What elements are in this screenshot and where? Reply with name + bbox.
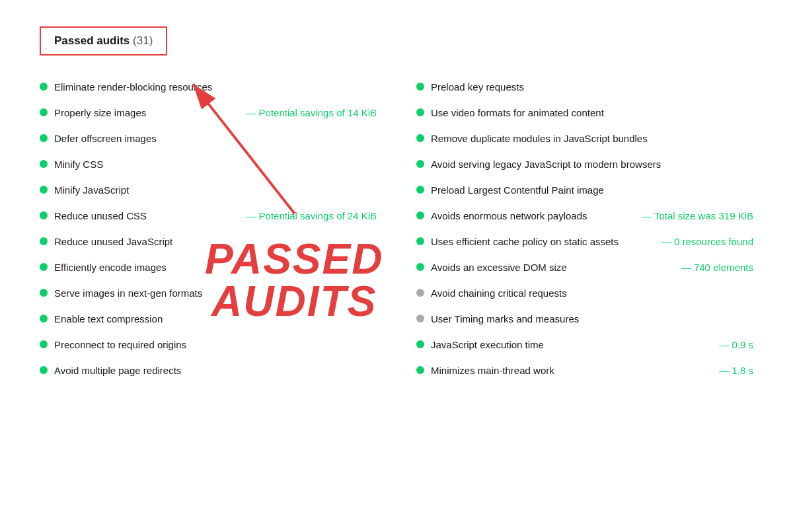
left-audit-item: Defer offscreen images	[40, 126, 377, 151]
audit-label: Preload key requests	[431, 80, 753, 94]
passed-audits-header: Passed audits (31)	[40, 26, 167, 56]
audit-dot	[40, 134, 48, 142]
audit-savings: — Potential savings of 14 KiB	[246, 106, 377, 120]
audit-label: Preload Largest Contentful Paint image	[431, 183, 753, 197]
audit-savings: — 740 elements	[681, 260, 753, 274]
audit-label: Reduce unused JavaScript	[54, 235, 377, 248]
audit-dot	[40, 160, 48, 168]
left-audit-item: Reduce unused CSS — Potential savings of…	[40, 203, 377, 229]
audit-label: Preconnect to required origins	[54, 338, 377, 352]
audit-savings: — Total size was 319 KiB	[642, 209, 753, 223]
right-audit-item: Use video formats for animated content	[416, 100, 753, 126]
right-audit-item: Avoids enormous network payloads — Total…	[416, 203, 753, 229]
audit-label: User Timing marks and measures	[431, 312, 753, 326]
audit-label: Avoids enormous network payloads	[431, 209, 635, 223]
audit-label: Minify CSS	[54, 157, 377, 171]
audit-dot	[40, 366, 48, 374]
audit-label: Use video formats for animated content	[431, 106, 753, 120]
audit-label: JavaScript execution time	[431, 338, 712, 352]
audit-dot	[40, 83, 48, 91]
audit-label: Uses efficient cache policy on static as…	[431, 235, 655, 248]
left-column: Eliminate render-blocking resourcesPrope…	[40, 74, 377, 383]
audit-dot	[40, 108, 48, 116]
audit-label: Efficiently encode images	[54, 260, 377, 274]
audit-label: Defer offscreen images	[54, 132, 377, 145]
audit-dot	[416, 108, 424, 116]
audit-dot	[416, 160, 424, 168]
right-audit-item: Uses efficient cache policy on static as…	[416, 229, 753, 254]
left-audit-item: Minify CSS	[40, 151, 377, 177]
audit-dot	[416, 340, 424, 348]
audit-label: Remove duplicate modules in JavaScript b…	[431, 132, 753, 145]
audit-dot	[416, 83, 424, 91]
audit-dot	[40, 340, 48, 348]
left-audit-item: Reduce unused JavaScript	[40, 229, 377, 254]
audit-dot	[416, 237, 424, 245]
right-audit-item: User Timing marks and measures	[416, 306, 753, 332]
left-audit-item: Eliminate render-blocking resources	[40, 74, 377, 100]
left-audit-item: Minify JavaScript	[40, 177, 377, 203]
left-audit-item: Avoid multiple page redirects	[40, 358, 377, 383]
audit-savings: — 1.8 s	[719, 363, 753, 377]
audit-dot	[40, 237, 48, 245]
left-audit-item: Serve images in next-gen formats	[40, 280, 377, 306]
audit-dot	[416, 211, 424, 219]
audit-dot	[416, 315, 424, 323]
audit-dot	[40, 289, 48, 297]
left-audit-item: Enable text compression	[40, 306, 377, 332]
right-audit-item: Preload key requests	[416, 74, 753, 100]
audit-dot	[416, 263, 424, 271]
right-audit-item: Avoid chaining critical requests	[416, 280, 753, 306]
audit-label: Avoid serving legacy JavaScript to moder…	[431, 157, 753, 171]
right-audit-item: Preload Largest Contentful Paint image	[416, 177, 753, 203]
audits-grid: Eliminate render-blocking resourcesPrope…	[40, 74, 753, 383]
audit-savings: — 0 resources found	[661, 235, 753, 248]
audit-savings: — Potential savings of 24 KiB	[246, 209, 377, 223]
audit-label: Avoids an excessive DOM size	[431, 260, 675, 274]
audit-dot	[416, 134, 424, 142]
audit-label: Properly size images	[54, 106, 239, 120]
right-audit-item: JavaScript execution time — 0.9 s	[416, 332, 753, 358]
header-count: (31)	[133, 34, 153, 47]
audit-dot	[40, 211, 48, 219]
left-audit-item: Properly size images — Potential savings…	[40, 100, 377, 126]
audit-dot	[40, 186, 48, 194]
audit-label: Eliminate render-blocking resources	[54, 80, 377, 94]
right-audit-item: Minimizes main-thread work — 1.8 s	[416, 358, 753, 383]
audit-label: Avoid multiple page redirects	[54, 363, 377, 377]
audit-dot	[40, 263, 48, 271]
right-audit-item: Avoid serving legacy JavaScript to moder…	[416, 151, 753, 177]
audit-label: Enable text compression	[54, 312, 377, 326]
audit-dot	[416, 366, 424, 374]
audit-label: Minimizes main-thread work	[431, 363, 712, 377]
audit-label: Reduce unused CSS	[54, 209, 239, 223]
audit-label: Minify JavaScript	[54, 183, 377, 197]
audit-dot	[416, 289, 424, 297]
audit-dot	[416, 186, 424, 194]
audit-label: Serve images in next-gen formats	[54, 286, 377, 300]
header-title: Passed audits	[54, 34, 130, 47]
left-audit-item: Preconnect to required origins	[40, 332, 377, 358]
right-column: Preload key requestsUse video formats fo…	[416, 74, 753, 383]
audit-dot	[40, 315, 48, 323]
right-audit-item: Avoids an excessive DOM size — 740 eleme…	[416, 254, 753, 280]
right-audit-item: Remove duplicate modules in JavaScript b…	[416, 126, 753, 151]
left-audit-item: Efficiently encode images	[40, 254, 377, 280]
audit-label: Avoid chaining critical requests	[431, 286, 753, 300]
audit-savings: — 0.9 s	[719, 338, 753, 352]
